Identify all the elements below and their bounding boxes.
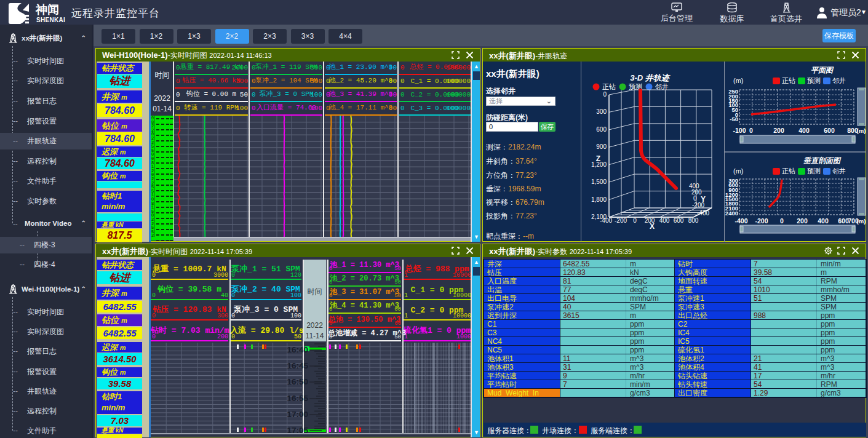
svg-text:平面图: 平面图 — [811, 66, 834, 74]
svg-text:200: 200 — [773, 127, 784, 134]
svg-text:邻井: 邻井 — [655, 83, 669, 90]
svg-text:600: 600 — [596, 126, 607, 133]
svg-text:-100: -100 — [733, 127, 746, 134]
svg-text:2400: 2400 — [725, 210, 738, 217]
svg-text:-400: -400 — [697, 210, 709, 217]
svg-text:Z: Z — [596, 154, 600, 163]
svg-text:1,800: 1,800 — [591, 196, 607, 203]
svg-text:0: 0 — [693, 195, 697, 202]
svg-text:X: X — [650, 222, 655, 231]
svg-text:0: 0 — [603, 91, 607, 98]
svg-text:垂直剖面图: 垂直剖面图 — [803, 156, 842, 165]
svg-text:400: 400 — [659, 217, 670, 224]
svg-text:-200: -200 — [755, 217, 768, 225]
svg-text:800: 800 — [688, 217, 699, 224]
svg-text:邻井: 邻井 — [832, 167, 846, 175]
svg-text:400: 400 — [818, 217, 829, 225]
svg-text:2: 2 — [151, 233, 154, 238]
svg-text:(m): (m) — [733, 77, 744, 84]
svg-text:邻井: 邻井 — [832, 77, 846, 84]
svg-text:正钻: 正钻 — [602, 83, 616, 90]
svg-text:-50: -50 — [730, 116, 738, 122]
svg-text:600: 600 — [824, 127, 835, 134]
svg-text:-200: -200 — [615, 217, 627, 224]
svg-text:600: 600 — [674, 217, 684, 224]
svg-text:1,500: 1,500 — [591, 178, 607, 185]
svg-text:(m): (m) — [857, 127, 866, 134]
svg-text:300: 300 — [596, 108, 607, 115]
svg-text:-400: -400 — [600, 217, 612, 224]
svg-text:(m): (m) — [857, 218, 866, 225]
svg-text:400: 400 — [798, 127, 810, 134]
svg-text:3-D 井轨迹: 3-D 井轨迹 — [630, 73, 671, 82]
svg-text:0: 0 — [633, 217, 637, 224]
svg-text:200: 200 — [797, 217, 808, 225]
svg-text:Y: Y — [701, 195, 706, 204]
svg-text:(m): (m) — [733, 167, 744, 175]
svg-text:0: 0 — [780, 217, 784, 225]
svg-text:0: 0 — [749, 127, 753, 134]
svg-text:预测: 预测 — [807, 167, 821, 175]
svg-text:900: 900 — [596, 143, 607, 150]
svg-text:-400: -400 — [735, 217, 747, 225]
svg-text:正钻: 正钻 — [782, 77, 795, 84]
svg-text:预测: 预测 — [807, 77, 821, 84]
svg-text:正钻: 正钻 — [782, 167, 795, 175]
